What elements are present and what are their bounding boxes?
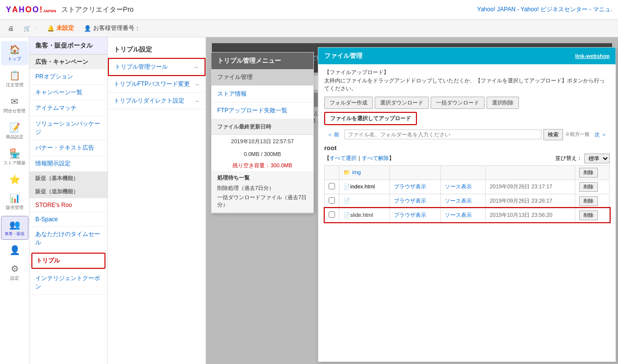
file-controls: 【すべて選択｜すべて解除】 並び替え： 標準 — [324, 154, 610, 163]
second-sidebar-ad-section: 広告・キャンペーン — [29, 55, 107, 69]
search-input[interactable] — [344, 130, 541, 139]
file-checkbox-slide[interactable] — [329, 211, 335, 218]
file-panel: ファイル管理 link-webshop 【ファイルアップロード】 太枠内にファイ… — [318, 47, 616, 362]
sidebar-item-pr[interactable]: PRオプション — [29, 69, 107, 85]
toolbar-customer: お客様管理番号： — [84, 24, 140, 32]
select-download-button[interactable]: 選択ダウンロード — [375, 97, 429, 109]
select-all-link[interactable]: すべて選択 — [330, 155, 357, 161]
header: Y A H O O ! JAPAN ストアクリエイターPro Yahoo! JA… — [0, 0, 618, 20]
sidebar-label-settings: 設定 — [10, 275, 19, 282]
sidebar-item-collect[interactable]: 👥 集客・販促 — [1, 216, 28, 240]
browser-view-2[interactable]: ブラウザ表示 — [394, 198, 426, 204]
sidebar-item-sales[interactable]: 📊 販売管理 — [1, 190, 28, 214]
browser-view-1[interactable]: ブラウザ表示 — [394, 183, 426, 189]
source-view-3[interactable]: ソース表示 — [445, 212, 472, 218]
triple-menu-panel: トリプル管理メニュー ファイル管理 ストア情報 FTPアップロード失敗一覧 ファ… — [211, 52, 314, 213]
select-delete-button[interactable]: 選択削除 — [487, 97, 519, 109]
folder-create-button[interactable]: フォルダー作成 — [324, 97, 373, 109]
row-source: ソース表示 — [441, 208, 486, 222]
table-row: 📄 ブラウザ表示 ソース表示 2019年09月26日 23:26:17 削除 — [325, 194, 610, 208]
settings-icon: ⚙ — [11, 263, 19, 274]
deselect-all-link[interactable]: すべて解除 — [362, 155, 389, 161]
source-view-1[interactable]: ソース表示 — [445, 183, 472, 189]
sidebar-item-settings[interactable]: ⚙ 設定 — [1, 260, 28, 285]
third-menu-redirect[interactable]: トリプルリダイレクト設定 → — [108, 93, 206, 109]
search-next[interactable]: 次 ＞ — [592, 130, 610, 139]
file-checkbox[interactable] — [329, 197, 335, 204]
user-icon: 👤 — [9, 245, 20, 256]
file-panel-desc: 【ファイルアップロード】 太枠内にファイルをドラッグアンドドロップしていただくか… — [324, 68, 610, 93]
triple-menu-file[interactable]: ファイル管理 — [211, 69, 313, 86]
sidebar-item-item-match[interactable]: アイテムマッチ — [29, 101, 107, 116]
row-checkbox — [325, 180, 339, 194]
yahoo-logo: Y A H O O ! JAPAN — [6, 5, 56, 14]
warning-label: 未設定 — [56, 24, 74, 32]
products-icon: 📝 — [9, 122, 20, 133]
toolbar-warning[interactable]: 未設定 — [47, 24, 74, 32]
row-icon: 📁img — [339, 165, 390, 180]
file-name-slide: slide.html — [350, 212, 373, 218]
sidebar-item-orders[interactable]: 📋 注文管理 — [1, 67, 28, 91]
sidebar-item-banner[interactable]: バナー・テキスト広告 — [29, 140, 107, 156]
sidebar-item-store[interactable]: 🏪 ストア構築 — [1, 145, 28, 169]
file-icon: 📄 — [343, 212, 350, 218]
sidebar-item-bspace[interactable]: B-Space — [29, 212, 107, 227]
delete-button-0[interactable]: 削除 — [579, 168, 598, 178]
sidebar-item-top[interactable]: 🏠 トップ — [1, 41, 28, 65]
third-menu-ftp-password[interactable]: トリプルFTPパスワード変更 → — [108, 76, 206, 93]
sidebar-item-intelligent[interactable]: インテリジェントクーポン — [29, 271, 107, 295]
sidebar-item-star[interactable]: ⭐ — [1, 171, 28, 188]
row-delete: 削除 — [575, 165, 610, 180]
toolbar-print[interactable]: 🖨 — [8, 25, 14, 32]
toolbar-cart[interactable]: 🛒 ・ — [24, 25, 37, 32]
search-prev[interactable]: ＜ 前 — [324, 130, 342, 139]
customer-label: お客様管理番号： — [93, 24, 140, 32]
delete-button-1[interactable]: 削除 — [579, 182, 598, 192]
table-row: 📄index.html ブラウザ表示 ソース表示 2019年09月26日 23:… — [325, 180, 610, 194]
delete-button-3[interactable]: 削除 — [579, 210, 598, 220]
triple-menu-store[interactable]: ストア情報 — [211, 86, 313, 103]
row-icon: 📄 — [339, 194, 390, 208]
folder-icon: 📁 — [343, 169, 350, 175]
bulk-download-button[interactable]: 一括ダウンロード — [431, 97, 485, 109]
delete-button-2[interactable]: 削除 — [579, 196, 598, 206]
third-menu-triple-tool[interactable]: トリプル管理ツール → — [108, 58, 206, 76]
row-checkbox — [325, 208, 339, 222]
browser-view-3[interactable]: ブラウザ表示 — [394, 212, 426, 218]
search-note: ※前方一致 — [565, 131, 590, 138]
sidebar-item-campaigns[interactable]: キャンペーン一覧 — [29, 85, 107, 101]
file-panel-link[interactable]: link-webshop — [575, 53, 610, 59]
sidebar-item-timesale[interactable]: あなただけのタイムセール — [29, 227, 107, 251]
main-layout: 🏠 トップ 📋 注文管理 ✉ 問合せ管理 📝 商品設定 🏪 ストア構築 ⭐ 📊 … — [0, 37, 618, 364]
triple-menu-ftp[interactable]: FTPアップロード失敗一覧 — [211, 103, 313, 119]
sidebar-item-inquiry[interactable]: ✉ 問合せ管理 — [1, 93, 28, 117]
pending-item-1: 一括ダウンロードファイル（過去7日分） — [217, 193, 308, 209]
sidebar-item-info[interactable]: 情報開示設定 — [29, 156, 107, 172]
file-icon: 📄 — [343, 198, 350, 204]
file-checkbox[interactable] — [329, 183, 335, 189]
toolbar: 🖨 🛒 ・ 未設定 お客様管理番号： — [0, 20, 618, 37]
upload-button[interactable]: ファイルを選択してアップロード — [324, 112, 417, 125]
sidebar-item-user[interactable]: 👤 — [1, 242, 28, 259]
sidebar-label-sales: 販売管理 — [6, 205, 24, 211]
folder-name-link[interactable]: img — [352, 169, 361, 175]
sidebar-subtitle-basic: 販促（基本機能） — [29, 172, 107, 185]
source-view-2[interactable]: ソース表示 — [445, 198, 472, 204]
search-button[interactable]: 検索 — [543, 129, 563, 140]
orders-icon: 📋 — [9, 70, 20, 81]
sidebar-label-inquiry: 問合せ管理 — [3, 108, 26, 114]
triple-menu-storage: 0.0MB / 300MB — [211, 148, 313, 160]
sidebar-item-products[interactable]: 📝 商品設定 — [1, 119, 28, 143]
home-icon: 🏠 — [9, 44, 20, 55]
table-row: 📁img 削除 — [325, 165, 610, 180]
sort-select[interactable]: 標準 — [584, 154, 610, 163]
file-table: 📁img 削除 📄index.html ブラウザ表示 ソース表示 — [324, 165, 610, 223]
file-icon: 📄 — [343, 183, 350, 189]
collect-icon: 👥 — [9, 219, 20, 230]
sidebar-item-solution[interactable]: ソリューションパッケージ — [29, 116, 107, 140]
sidebar-subtitle-extra: 販促（追加機能） — [29, 185, 107, 198]
sidebar-item-stores-roo[interactable]: STORE's Roo — [29, 198, 107, 212]
sidebar-item-triple[interactable]: トリプル — [31, 253, 105, 269]
pending-item-0: 削除処理（過去7日分） — [217, 183, 308, 193]
file-panel-buttons: フォルダー作成 選択ダウンロード 一括ダウンロード 選択削除 — [324, 97, 610, 109]
